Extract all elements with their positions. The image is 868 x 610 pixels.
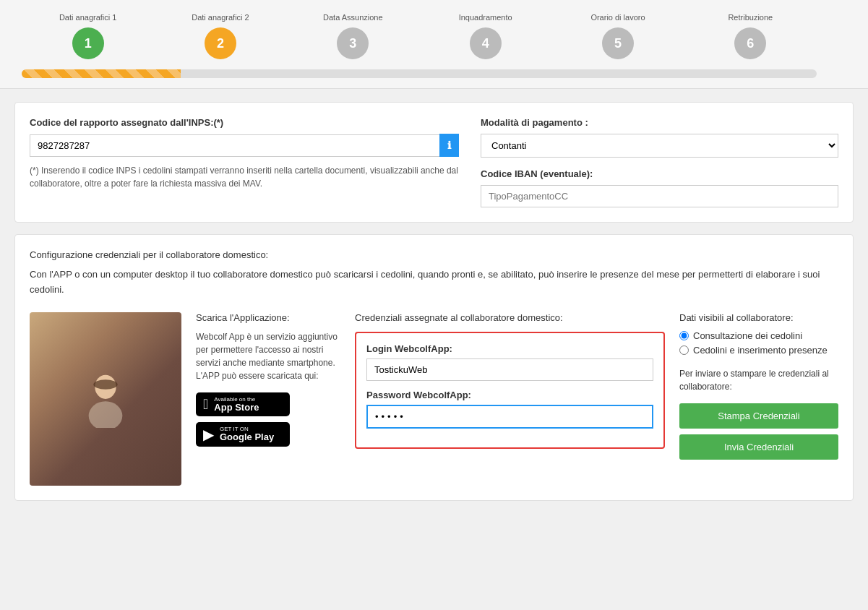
step-circle-4[interactable]: 4 [470, 27, 502, 59]
stepper: Dati anagrafici 1 1 Dati anagrafici 2 2 … [22, 13, 817, 59]
inps-payment-card: Codice del rapporto assegnato dall'INPS:… [14, 102, 854, 223]
inps-input[interactable] [30, 134, 439, 157]
apple-icon:  [203, 396, 208, 413]
step-label-3: Data Assunzione [323, 13, 383, 22]
visibility-title: Dati visibili al collaboratore: [679, 312, 838, 323]
app-store-text: Available on the App Store [214, 397, 259, 412]
person-image [30, 312, 181, 486]
google-play-bottom: Google Play [220, 432, 274, 442]
step-item-2: Dati anagrafici 2 2 [154, 13, 286, 59]
step-label-1: Dati anagrafici 1 [59, 13, 117, 22]
step-circle-1[interactable]: 1 [72, 27, 104, 59]
store-badges:  Available on the App Store ▶ GET IT ON… [196, 392, 340, 447]
step-item-1: Dati anagrafici 1 1 [22, 13, 154, 59]
svg-point-1 [89, 401, 123, 428]
app-store-badge[interactable]:  Available on the App Store [196, 392, 290, 416]
download-title: Scarica l'Applicazione: [196, 312, 340, 323]
step-item-4: Inquadramento 4 [419, 13, 551, 59]
visibility-col: Dati visibili al collaboratore: Consulta… [679, 312, 838, 465]
app-store-bottom: App Store [214, 403, 259, 412]
send-note: Per inviare o stampare le credenziali al… [679, 367, 838, 393]
iban-label: Codice IBAN (eventuale): [481, 168, 838, 179]
person-image-col [30, 312, 181, 486]
radio-cedolini-label: Consultazione dei cedolini [693, 330, 802, 341]
inps-note: (*) Inserendo il codice INPS i cedolini … [30, 164, 459, 190]
stepper-section: Dati anagrafici 1 1 Dati anagrafici 2 2 … [0, 0, 868, 89]
step-item-3: Data Assunzione 3 [287, 13, 419, 59]
main-content: Codice del rapporto assegnato dall'INPS:… [0, 89, 868, 525]
step-label-4: Inquadramento [459, 13, 512, 22]
step-item-5: Orario di lavoro 5 [551, 13, 684, 59]
invia-credenziali-button[interactable]: Invia Credenziali [679, 434, 838, 460]
step-item-6: Retribuzione 6 [684, 13, 817, 59]
inps-col: Codice del rapporto assegnato dall'INPS:… [30, 117, 459, 207]
download-col: Scarica l'Applicazione: Webcolf App è un… [196, 312, 340, 447]
progress-bar-fill [22, 69, 181, 78]
credentials-title: Credenziali assegnate al collaboratore d… [355, 312, 665, 323]
progress-bar-container [22, 69, 817, 78]
svg-point-2 [93, 379, 117, 389]
payment-select[interactable]: Contanti Bonifico Assegno [481, 134, 838, 158]
inps-input-group: ℹ [30, 134, 459, 157]
login-label: Login WebcolfApp: [366, 343, 653, 354]
config-card: Configurazione credenziali per il collab… [14, 234, 854, 501]
step-circle-6[interactable]: 6 [734, 27, 766, 59]
step-label-6: Retribuzione [728, 13, 773, 22]
step-circle-5[interactable]: 5 [602, 27, 634, 59]
step-label-5: Orario di lavoro [590, 13, 645, 22]
radio-cedolini[interactable] [679, 331, 689, 340]
radio-item-cedolini[interactable]: Consultazione dei cedolini [679, 330, 838, 341]
iban-input[interactable] [481, 185, 838, 207]
radio-presenze[interactable] [679, 345, 689, 355]
form-row: Codice del rapporto assegnato dall'INPS:… [30, 117, 838, 207]
google-play-text: GET IT ON Google Play [220, 426, 274, 442]
step-label-2: Dati anagrafici 2 [192, 13, 249, 22]
step-circle-3[interactable]: 3 [337, 27, 369, 59]
google-play-badge[interactable]: ▶ GET IT ON Google Play [196, 422, 290, 447]
password-label: Password WebcolfApp: [366, 390, 653, 400]
radio-group: Consultazione dei cedolini Cedolini e in… [679, 330, 838, 356]
config-title: Configurazione credenziali per il collab… [30, 249, 838, 260]
payment-col: Modalità di pagamento : Contanti Bonific… [481, 117, 838, 207]
login-input[interactable] [366, 358, 653, 381]
step-circle-2[interactable]: 2 [205, 27, 236, 59]
inps-info-button[interactable]: ℹ [439, 134, 459, 157]
payment-label: Modalità di pagamento : [481, 117, 838, 128]
download-desc: Webcolf App è un servizio aggiuntivo per… [196, 330, 340, 382]
config-columns: Scarica l'Applicazione: Webcolf App è un… [30, 312, 838, 486]
stampa-credenziali-button[interactable]: Stampa Credenziali [679, 403, 838, 429]
radio-presenze-label: Cedolini e inserimento presenze [693, 345, 828, 356]
credentials-box: Login WebcolfApp: Password WebcolfApp: [355, 332, 665, 449]
credentials-col: Credenziali assegnate al collaboratore d… [355, 312, 665, 449]
config-desc: Con l'APP o con un computer desktop il t… [30, 267, 838, 298]
password-input[interactable] [366, 405, 653, 429]
inps-label: Codice del rapporto assegnato dall'INPS:… [30, 117, 459, 128]
google-play-icon: ▶ [203, 426, 214, 443]
radio-item-presenze[interactable]: Cedolini e inserimento presenze [679, 345, 838, 356]
